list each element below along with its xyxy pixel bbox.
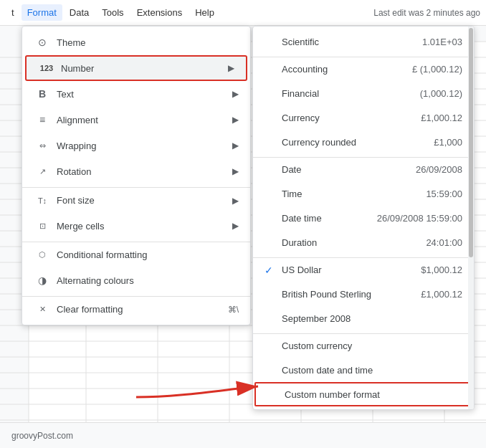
- scientific-value: 1.01E+03: [422, 37, 462, 47]
- alternating-menu-item[interactable]: ◑ Alternating colours: [22, 267, 250, 293]
- gbp-label: British Pound Sterling: [282, 289, 409, 300]
- merge-menu-item[interactable]: ⊡ Merge cells ▶: [22, 213, 250, 239]
- september-label: September 2008: [282, 313, 462, 324]
- datetime-value: 26/09/2008 15:59:00: [377, 213, 462, 224]
- usdollar-value: $1,000.12: [421, 264, 462, 275]
- usdollar-label: US Dollar: [282, 264, 409, 275]
- merge-icon: ⊡: [34, 221, 51, 231]
- extensions-menu-item[interactable]: Extensions: [131, 4, 189, 21]
- theme-label: Theme: [57, 37, 239, 48]
- fontsize-arrow: ▶: [232, 196, 239, 206]
- custom-currency-label: Custom currency: [282, 340, 462, 351]
- scientific-submenu-item[interactable]: Scientific 1.01E+03: [253, 29, 474, 54]
- bottom-bar: groovyPost.com: [0, 422, 486, 448]
- number-icon: 123: [38, 64, 55, 72]
- accounting-label: Accounting: [282, 64, 401, 75]
- currency-rounded-value: £1,000: [434, 137, 462, 148]
- custom-datetime-submenu-item[interactable]: Custom date and time: [253, 358, 474, 382]
- conditional-menu-item[interactable]: ⬡ Conditional formatting: [22, 242, 250, 267]
- rotation-icon: ↗: [34, 167, 51, 176]
- text-label: Text: [57, 89, 232, 100]
- number-label: Number: [61, 63, 228, 74]
- conditional-label: Conditional formatting: [57, 249, 239, 260]
- alternating-icon: ◑: [34, 275, 51, 286]
- format-dropdown: ⊙ Theme 123 Number ▶ B Text ▶ ≡ Alignmen…: [22, 26, 251, 325]
- datetime-submenu-item[interactable]: Date time 26/09/2008 15:59:00: [253, 206, 474, 230]
- financial-submenu-item[interactable]: Financial (1,000.12): [253, 81, 474, 105]
- fontsize-label: Font size: [57, 195, 232, 206]
- text-arrow: ▶: [232, 89, 239, 99]
- conditional-icon: ⬡: [34, 250, 51, 259]
- time-submenu-item[interactable]: Time 15:59:00: [253, 181, 474, 206]
- date-submenu-item[interactable]: Date 26/09/2008: [253, 157, 474, 181]
- merge-arrow: ▶: [232, 221, 239, 231]
- clear-icon: ✕: [34, 305, 51, 314]
- data-menu-item[interactable]: Data: [64, 4, 95, 21]
- time-value: 15:59:00: [426, 189, 462, 199]
- rotation-label: Rotation: [57, 166, 232, 177]
- usdollar-submenu-item[interactable]: ✓ US Dollar $1,000.12: [253, 257, 474, 282]
- accounting-value: £ (1,000.12): [412, 64, 462, 75]
- text-menu-item[interactable]: B Text ▶: [22, 81, 250, 107]
- currency-submenu-item[interactable]: Currency £1,000.12: [253, 105, 474, 130]
- usdollar-check: ✓: [265, 264, 279, 276]
- alignment-arrow: ▶: [232, 115, 239, 125]
- menubar: t Format Data Tools Extensions Help Last…: [0, 0, 486, 26]
- help-menu-item[interactable]: Help: [189, 4, 220, 21]
- accounting-submenu-item[interactable]: Accounting £ (1,000.12): [253, 57, 474, 81]
- format-menu-item[interactable]: Format: [22, 4, 62, 21]
- alignment-icon: ≡: [34, 114, 51, 125]
- number-menu-item[interactable]: 123 Number ▶: [25, 55, 247, 81]
- alignment-label: Alignment: [57, 115, 232, 125]
- custom-currency-submenu-item[interactable]: Custom currency: [253, 333, 474, 358]
- fontsize-icon: T↕: [34, 196, 51, 205]
- rotation-menu-item[interactable]: ↗ Rotation ▶: [22, 158, 250, 184]
- theme-menu-item[interactable]: ⊙ Theme: [22, 29, 250, 55]
- wrapping-label: Wrapping: [57, 140, 232, 151]
- theme-icon: ⊙: [34, 37, 51, 48]
- duration-submenu-item[interactable]: Duration 24:01:00: [253, 230, 474, 254]
- text-icon: B: [34, 88, 51, 100]
- submenu-scrollbar[interactable]: [468, 27, 474, 409]
- duration-value: 24:01:00: [426, 237, 462, 248]
- clear-shortcut: ⌘\: [228, 305, 239, 315]
- gbp-submenu-item[interactable]: British Pound Sterling £1,000.12: [253, 282, 474, 306]
- time-label: Time: [282, 189, 414, 199]
- september-submenu-item[interactable]: September 2008: [253, 306, 474, 330]
- edit-info: Last edit was 2 minutes ago: [373, 8, 480, 18]
- gbp-value: £1,000.12: [421, 289, 462, 300]
- currency-value: £1,000.12: [421, 113, 462, 123]
- datetime-label: Date time: [282, 213, 366, 224]
- custom-datetime-label: Custom date and time: [282, 365, 462, 376]
- wrapping-arrow: ▶: [232, 140, 239, 151]
- rotation-arrow: ▶: [232, 166, 239, 176]
- fontsize-menu-item[interactable]: T↕ Font size ▶: [22, 187, 250, 213]
- clear-menu-item[interactable]: ✕ Clear formatting ⌘\: [22, 296, 250, 322]
- wrapping-icon: ⇔: [34, 141, 51, 151]
- alternating-label: Alternating colours: [57, 275, 239, 286]
- duration-label: Duration: [282, 237, 414, 248]
- financial-label: Financial: [282, 88, 409, 99]
- file-menu-item[interactable]: t: [6, 4, 20, 21]
- date-label: Date: [282, 164, 404, 175]
- number-submenu: Scientific 1.01E+03 Accounting £ (1,000.…: [252, 26, 475, 410]
- currency-rounded-submenu-item[interactable]: Currency rounded £1,000: [253, 130, 474, 154]
- date-value: 26/09/2008: [416, 164, 462, 175]
- clear-label: Clear formatting: [57, 304, 222, 315]
- tools-menu-item[interactable]: Tools: [96, 4, 129, 21]
- merge-label: Merge cells: [57, 221, 232, 232]
- currency-label: Currency: [282, 113, 409, 123]
- currency-rounded-label: Currency rounded: [282, 137, 422, 148]
- financial-value: (1,000.12): [420, 88, 462, 99]
- bottom-bar-text: groovyPost.com: [11, 431, 73, 441]
- custom-number-submenu-item[interactable]: Custom number format: [254, 382, 472, 406]
- scientific-label: Scientific: [282, 37, 411, 47]
- submenu-scroll-thumb: [469, 28, 473, 257]
- alignment-menu-item[interactable]: ≡ Alignment ▶: [22, 107, 250, 133]
- custom-number-label: Custom number format: [285, 389, 459, 400]
- wrapping-menu-item[interactable]: ⇔ Wrapping ▶: [22, 133, 250, 158]
- number-arrow: ▶: [228, 63, 234, 73]
